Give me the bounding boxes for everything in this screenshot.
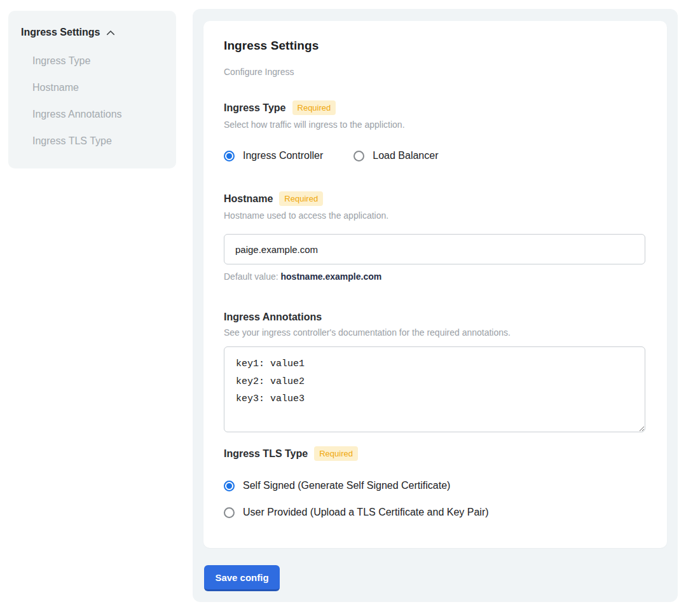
default-value-text: hostname.example.com: [281, 271, 382, 282]
required-badge: Required: [292, 100, 336, 115]
section-ingress-type: Ingress Type Required Select how traffic…: [224, 100, 647, 161]
sidebar-item-ingress-type[interactable]: Ingress Type: [32, 55, 163, 67]
radio-unselected-icon[interactable]: [224, 507, 235, 518]
section-ingress-annotations: Ingress Annotations See your ingress con…: [224, 311, 647, 432]
hostname-label: Hostname: [224, 193, 273, 205]
ingress-annotations-textarea[interactable]: key1: value1 key2: value2 key3: value3: [224, 346, 645, 432]
hostname-helper: Hostname used to access the application.: [224, 210, 647, 221]
ingress-settings-card: Ingress Settings Configure Ingress Ingre…: [203, 21, 667, 548]
radio-user-provided[interactable]: User Provided (Upload a TLS Certificate …: [224, 507, 647, 518]
radio-selected-icon[interactable]: [224, 151, 235, 161]
sidebar-item-ingress-tls-type[interactable]: Ingress TLS Type: [32, 135, 163, 147]
ingress-annotations-helper: See your ingress controller's documentat…: [224, 327, 647, 338]
sidebar-item-hostname[interactable]: Hostname: [32, 81, 163, 93]
radio-self-signed-label: Self Signed (Generate Self Signed Certif…: [243, 480, 450, 491]
radio-ingress-controller-label: Ingress Controller: [243, 150, 323, 161]
sidebar-section-toggle[interactable]: Ingress Settings: [21, 26, 163, 39]
required-badge: Required: [279, 191, 323, 206]
page-subtitle: Configure Ingress: [224, 67, 647, 77]
chevron-up-icon[interactable]: [105, 27, 116, 39]
ingress-annotations-label: Ingress Annotations: [224, 311, 322, 323]
ingress-type-radio-group: Ingress Controller Load Balancer: [224, 150, 647, 161]
ingress-tls-radio-group: Self Signed (Generate Self Signed Certif…: [224, 480, 647, 518]
section-ingress-tls-type: Ingress TLS Type Required Self Signed (G…: [224, 446, 647, 518]
required-badge: Required: [314, 446, 358, 461]
radio-load-balancer-label: Load Balancer: [373, 150, 438, 161]
page-title: Ingress Settings: [224, 39, 647, 53]
radio-user-provided-label: User Provided (Upload a TLS Certificate …: [243, 507, 489, 518]
sidebar-item-ingress-annotations[interactable]: Ingress Annotations: [32, 108, 163, 120]
settings-sidebar: Ingress Settings Ingress Type Hostname I…: [8, 11, 176, 168]
section-hostname: Hostname Required Hostname used to acces…: [224, 191, 647, 282]
ingress-type-helper: Select how traffic will ingress to the a…: [224, 120, 647, 130]
settings-panel: Ingress Settings Configure Ingress Ingre…: [193, 9, 678, 602]
ingress-tls-type-label: Ingress TLS Type: [224, 448, 308, 460]
radio-unselected-icon[interactable]: [353, 151, 364, 161]
radio-load-balancer[interactable]: Load Balancer: [353, 150, 438, 161]
default-value-label: Default value:: [224, 271, 278, 282]
radio-selected-icon[interactable]: [224, 481, 235, 491]
ingress-type-label: Ingress Type: [224, 102, 286, 114]
radio-self-signed[interactable]: Self Signed (Generate Self Signed Certif…: [224, 480, 647, 491]
sidebar-section-title: Ingress Settings: [21, 27, 100, 38]
hostname-input[interactable]: [224, 234, 645, 264]
sidebar-item-list: Ingress Type Hostname Ingress Annotation…: [21, 55, 163, 147]
hostname-default-line: Default value: hostname.example.com: [224, 271, 647, 282]
radio-ingress-controller[interactable]: Ingress Controller: [224, 150, 323, 161]
save-config-button[interactable]: Save config: [204, 565, 280, 591]
